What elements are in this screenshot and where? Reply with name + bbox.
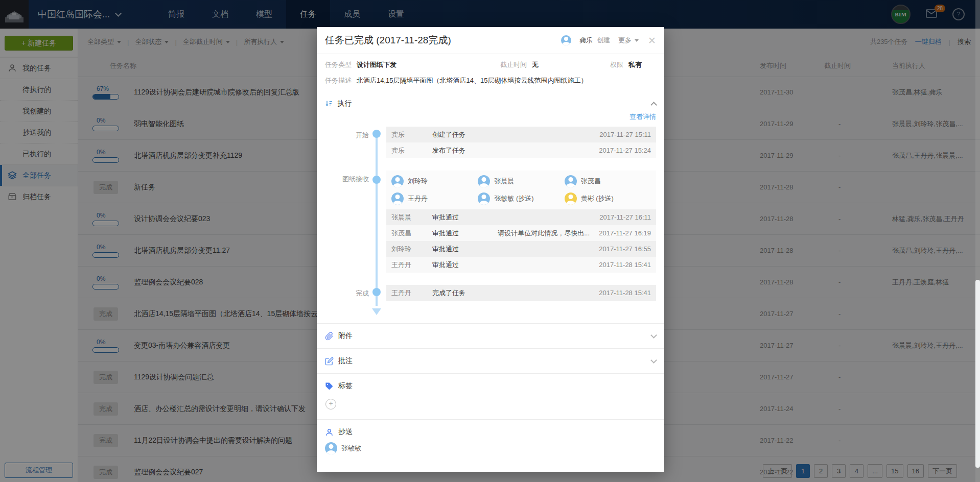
cc-user-name: 张敏敏 [341,444,361,453]
permission-label: 权限 [610,60,623,69]
chevron-down-icon[interactable] [650,357,657,364]
timeline-event: 龚乐 创建了任务 2017-11-27 15:11 [386,127,656,142]
avatar [565,192,577,205]
description-label: 任务描述 [325,76,352,85]
event-action: 审批通过 [432,229,498,238]
avatar [325,442,337,454]
receiver-name: 张敏敏 (抄送) [494,194,533,203]
cc-title: 抄送 [338,427,353,437]
task-type-label: 任务类型 [325,60,352,69]
modal-title: 任务已完成 (2017-11-28完成) [325,34,451,47]
event-time: 2017-11-27 15:11 [591,131,651,138]
receiver: 张晨晨 [478,175,564,187]
close-icon[interactable]: ✕ [648,36,656,45]
timeline-event: 龚乐 发布了任务 2017-11-27 15:24 [386,142,656,158]
timeline-event: 刘玲玲 审批通过 2017-11-27 16:55 [386,241,656,257]
task-detail-modal: 任务已完成 (2017-11-28完成) 龚乐 创建 更多 ✕ 任务类型设计图纸… [317,27,664,472]
timeline-dot [372,130,381,138]
tags-section: 标签 + [317,373,664,419]
event-time: 2017-11-27 16:11 [591,213,651,221]
timeline-event: 王丹丹 审批通过 2017-11-28 15:41 [386,257,656,273]
execution-title: 执行 [337,99,352,108]
event-user: 龚乐 [391,130,432,139]
timeline-event: 王丹丹 完成了任务 2017-11-28 15:41 [386,285,656,301]
deadline-label: 截止时间 [500,60,527,69]
cc-header: 抄送 [325,427,656,437]
receiver-name: 黄彬 (抄送) [581,194,614,203]
task-type-value: 设计图纸下发 [357,60,396,69]
timeline-arrow-icon [372,308,381,315]
annotations-section: 批注 [317,348,664,373]
event-user: 王丹丹 [391,260,432,270]
avatar [391,192,404,205]
execution-flow-icon [325,100,333,108]
add-tag-button[interactable]: + [325,399,336,409]
event-user: 王丹丹 [391,288,432,298]
paperclip-icon [325,332,334,341]
receiver-name: 王丹丹 [408,194,428,203]
chevron-down-icon [635,39,639,42]
annotations-header[interactable]: 批注 [325,356,656,366]
attachments-header[interactable]: 附件 [325,331,656,341]
tags-header: 标签 [325,381,656,391]
view-detail-link[interactable]: 查看详情 [325,112,656,122]
chevron-down-icon[interactable] [650,332,657,339]
cc-user: 张敏敏 [325,442,656,454]
attachments-title: 附件 [338,331,353,341]
receiver-list: 刘玲玲 张晨晨 张茂昌 [386,171,656,209]
modal-header: 任务已完成 (2017-11-28完成) 龚乐 创建 更多 ✕ [317,27,664,54]
event-time: 2017-11-27 16:19 [591,229,651,237]
event-time: 2017-11-28 15:41 [591,289,651,297]
receiver-name: 张茂昌 [581,177,601,186]
attachments-section: 附件 [317,323,664,348]
scrollbar-thumb[interactable] [975,280,980,468]
creator-name: 龚乐 [579,36,593,45]
event-comment: 请设计单位对此情况，尽快出... [498,229,590,238]
event-action: 发布了任务 [432,146,591,155]
event-time: 2017-11-27 16:55 [591,245,651,253]
event-action: 创建了任务 [432,130,591,139]
event-action: 完成了任务 [432,288,591,298]
receiver-name: 张晨晨 [494,177,514,186]
timeline-stage-complete: 完成 王丹丹 完成了任务 2017-11-28 15:41 [325,285,656,301]
stage-label: 图纸接收 [325,171,369,273]
event-user: 龚乐 [391,146,432,155]
event-user: 张晨晨 [391,213,432,222]
description-value: 北酒店14,15层隔墙平面图（北塔酒店14、15层砌体墙按云线范围内图纸施工） [357,76,587,85]
event-time: 2017-11-27 15:24 [591,147,651,154]
deadline-value: 无 [532,60,539,69]
creator-avatar [561,35,571,45]
timeline-dot [372,288,381,296]
stage-label: 完成 [325,285,369,301]
avatar [478,192,490,205]
execution-header[interactable]: 执行 [325,99,656,108]
stage-label: 开始 [325,127,369,158]
avatar [565,175,577,187]
timeline-event: 张茂昌 审批通过 请设计单位对此情况，尽快出... 2017-11-27 16:… [386,225,656,241]
timeline-stage-start: 开始 龚乐 创建了任务 2017-11-27 15:11 [325,127,656,158]
receiver: 王丹丹 [391,192,478,205]
receiver-name: 刘玲玲 [408,177,428,186]
annotations-title: 批注 [338,356,353,366]
receiver: 刘玲玲 [391,175,478,187]
task-info: 任务类型设计图纸下发 截止时间无 权限私有 任务描述 北酒店14,15层隔墙平面… [317,54,664,93]
receiver: 张敏敏 (抄送) [478,192,564,205]
page-scrollbar[interactable] [975,0,980,482]
more-button[interactable]: 更多 [618,36,639,45]
chevron-up-icon[interactable] [650,102,657,108]
execution-section: 执行 查看详情 开始 龚乐 创建了任务 [317,93,664,323]
event-user: 刘玲玲 [391,245,432,254]
receiver: 黄彬 (抄送) [565,192,651,205]
avatar [391,175,404,187]
cc-section: 抄送 张敏敏 [317,419,664,462]
avatar [478,175,490,187]
receiver: 张茂昌 [565,175,651,187]
event-user: 张茂昌 [391,229,432,238]
event-action: 审批通过 [432,213,591,222]
edit-pen-icon [325,357,334,366]
event-action: 审批通过 [432,260,591,270]
timeline-event: 张晨晨 审批通过 2017-11-27 16:11 [386,209,656,225]
person-icon [325,428,334,437]
execution-timeline: 开始 龚乐 创建了任务 2017-11-27 15:11 [325,127,656,323]
creator-role-label: 创建 [597,36,610,45]
